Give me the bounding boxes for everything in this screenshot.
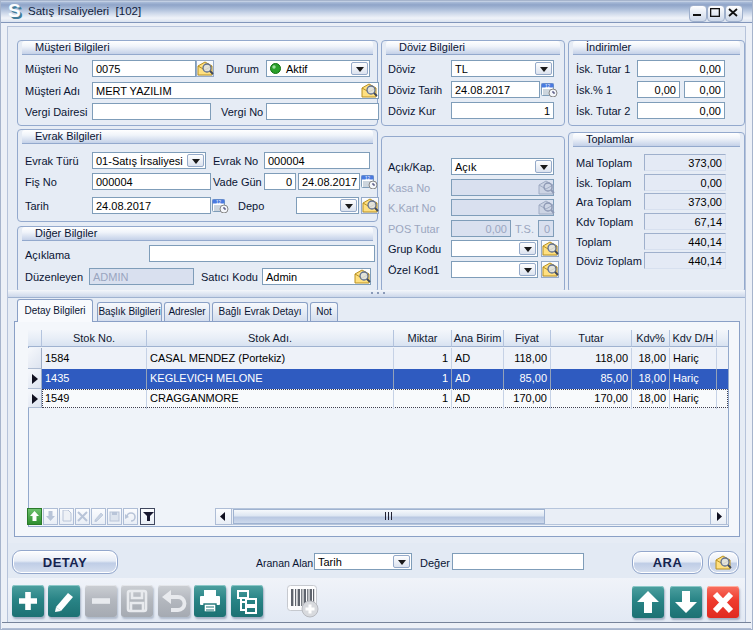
svg-text:S: S bbox=[8, 1, 21, 21]
